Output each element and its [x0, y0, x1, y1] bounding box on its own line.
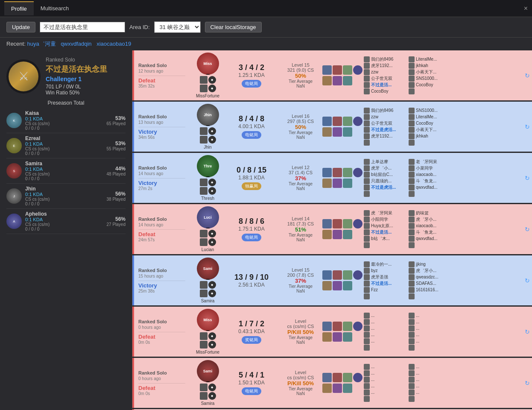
stat-level: Level 16 [292, 114, 310, 119]
area-select[interactable]: 31 峡谷之巅 [154, 21, 201, 33]
tab-profile[interactable]: Profile [4, 1, 34, 15]
refresh-button[interactable]: ↻ [523, 204, 532, 254]
stat-wr: 50% [295, 124, 306, 130]
players-left: 上单达摩 虎牙゛小... b站留自C... 只愿须的... 不过是虎活... [360, 153, 405, 203]
player-row [364, 242, 402, 248]
player-row: 不过是虎活... [364, 184, 402, 190]
player-name: LiteralMe... [416, 114, 437, 119]
match-left: Ranked Solo 12 hours ago Defeat 35m 32s [134, 50, 190, 100]
champ-icon: Sami [197, 258, 219, 280]
player-row: 虎゛牙小... [409, 217, 519, 223]
item-icon [333, 373, 342, 382]
player-row: byz [364, 268, 402, 274]
player-row: LiteralMe... [409, 114, 519, 120]
match-duration: 25m 38s [138, 289, 185, 293]
player-name: 16161616... [416, 287, 438, 292]
rune-icon-2: ◆ [208, 238, 216, 246]
player-row [409, 293, 519, 299]
search-input[interactable] [40, 22, 125, 32]
player-icon [364, 76, 370, 82]
stat-level: Level 15 [292, 267, 310, 272]
spell-icon-1 [200, 127, 208, 135]
player-row: 不过是活... [364, 82, 402, 88]
player-icon [364, 338, 370, 344]
champ-name: Aphelios [25, 211, 53, 217]
match-champion-area: Jhin ◆ ◆ Jhin [190, 102, 226, 152]
player-name: 我们的8496 [371, 108, 393, 114]
players-left: 最冷的一... byz 虎牙圣强 不过是活... Fzz [360, 255, 405, 305]
clear-localstorage-button[interactable]: Clear localStorage [205, 22, 262, 32]
player-row: qwxvdfad... [409, 236, 519, 242]
kda-ratio: 1.88:1 KDA [238, 175, 264, 181]
match-time: 0 hours ago [138, 376, 185, 381]
recent-label: Recent: [6, 41, 26, 47]
champion-row: A Aphelios 0:1 KDA CS cs (cs/m) 0 / 0 / … [6, 209, 126, 234]
player-icon [364, 383, 370, 389]
player-icon [409, 165, 415, 171]
kda-ratio: 1.25:1 KDA [238, 72, 264, 78]
player-icon [364, 165, 370, 171]
player-row: ... [409, 325, 519, 331]
match-stats: Level 15 200 (7.8) CS 37% Tier Average N… [277, 255, 324, 305]
refresh-button[interactable]: ↻ [523, 50, 532, 100]
player-row: 小阳同学 [364, 217, 402, 223]
top-bar: Profile Multisearch × [0, 0, 532, 17]
refresh-button[interactable]: ↻ [523, 307, 532, 357]
player-row: SNS1000... [409, 76, 519, 82]
rune-icon: ◆ [208, 281, 216, 289]
player-row: ... [409, 338, 519, 344]
player-row: ... [409, 332, 519, 338]
avatar-inner: ⚔ [9, 62, 38, 91]
player-name: jjking [416, 262, 426, 266]
match-left: Ranked Solo 14 hours ago Victory 27m 2s [134, 153, 190, 203]
stat-level: Level [295, 370, 306, 375]
left-panel: ⚔ Ranked Solo 不过是活在执念里 Challenger 1 701 … [0, 50, 132, 410]
player-name: ... [416, 371, 419, 375]
players-left: 虎゛牙阿呆 小阳同学 Huya太原... 不过是活... b站゛木... [360, 204, 405, 254]
player-row [364, 345, 402, 351]
player-icon [409, 63, 415, 69]
stat-cs: 37 (1.4) CS [289, 170, 313, 175]
match-items [324, 255, 360, 305]
player-name: CocoBoy [416, 121, 433, 126]
recent-link-3[interactable]: xiaocaobao19 [96, 41, 131, 47]
player-icon [364, 217, 370, 223]
player-row: 虎牙1192... [364, 63, 402, 69]
player-row: 斗゛鱼龙... [409, 178, 519, 184]
match-items [324, 102, 360, 152]
player-name: 不过是活... [371, 229, 392, 235]
refresh-button[interactable]: ↻ [523, 358, 532, 408]
recent-link-1[interactable]: huya゛河童 [27, 41, 56, 47]
player-name: ... [416, 377, 419, 382]
player-icon [364, 268, 370, 274]
match-items [324, 204, 360, 254]
refresh-button[interactable]: ↻ [523, 255, 532, 305]
update-button[interactable]: Update [6, 22, 35, 32]
champ-level-badge [206, 330, 210, 331]
stat-cs: cs (cs/m) CS [287, 375, 314, 380]
player-icon [364, 172, 370, 178]
item-icon [322, 65, 332, 75]
match-badge: 电铭局 [242, 131, 261, 139]
player-name: 不过是活... [371, 281, 392, 287]
champ-icon-wrapper: Thre [197, 155, 219, 177]
search-bar: Update Area ID: 31 峡谷之巅 Clear localStora… [0, 17, 532, 38]
close-button[interactable]: × [524, 5, 528, 12]
item-icon [333, 332, 342, 342]
score-display: 3 / 4 / 2 [239, 63, 264, 72]
player-icon [409, 133, 415, 139]
match-row: Ranked Solo 14 hours ago Defeat 24m 57s … [132, 204, 532, 254]
refresh-button[interactable]: ↻ [523, 153, 532, 203]
champ-name-label: Jhin [204, 145, 211, 149]
spell-icon-2 [200, 341, 208, 348]
refresh-button[interactable]: ↻ [523, 102, 532, 152]
players-right: ... ... ... ... ... [405, 358, 523, 408]
player-icon [409, 178, 415, 184]
recent-link-2[interactable]: qwxvdfadqin [61, 41, 91, 47]
tab-multisearch[interactable]: Multisearch [34, 2, 76, 15]
player-icon [364, 396, 370, 402]
player-row: ... [409, 390, 519, 395]
item-icon [343, 281, 352, 290]
match-duration: 34m 56s [138, 135, 185, 140]
stat-wr: 37% [295, 278, 306, 284]
